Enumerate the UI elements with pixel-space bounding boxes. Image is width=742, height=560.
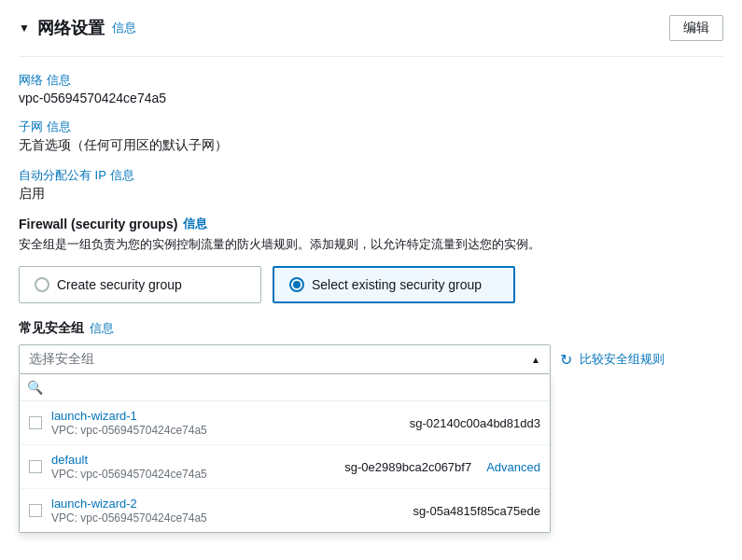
item-content-1: launch-wizard-1 VPC: vpc-05694570424ce74… (51, 409, 391, 437)
section-info-link[interactable]: 信息 (112, 20, 136, 36)
network-field-group: 网络 信息 vpc-05694570424ce74a5 (19, 72, 723, 105)
dropdown-row: 选择安全组 ▲ 🔍 launch-wizard-1 VPC: vpc-056 (19, 344, 723, 374)
subnet-field-group: 子网 信息 无首选项（任何可用区的默认子网） (19, 119, 723, 154)
select-dropdown[interactable]: 选择安全组 ▲ (19, 344, 551, 374)
section-divider (19, 56, 723, 57)
network-label[interactable]: 网络 信息 (19, 72, 723, 89)
search-input[interactable] (49, 380, 542, 395)
common-sg-info-link[interactable]: 信息 (90, 320, 114, 337)
compare-link[interactable]: 比较安全组规则 (580, 351, 665, 368)
item-vpc-1: VPC: vpc-05694570424ce74a5 (51, 424, 391, 437)
edit-button[interactable]: 编辑 (669, 15, 723, 41)
page-container: ▼ 网络设置 信息 编辑 网络 信息 vpc-05694570424ce74a5… (0, 0, 742, 402)
auto-ip-label[interactable]: 自动分配公有 IP 信息 (19, 167, 723, 184)
item-advanced-2[interactable]: Advanced (486, 460, 540, 474)
item-content-2: default VPC: vpc-05694570424ce74a5 (51, 453, 326, 481)
search-row: 🔍 (20, 374, 550, 401)
item-id-3: sg-05a4815f85ca75ede (394, 504, 540, 518)
item-content-3: launch-wizard-2 VPC: vpc-05694570424ce74… (51, 497, 394, 525)
item-name-2: default (51, 453, 326, 467)
radio-create-label: Create security group (57, 277, 182, 292)
radio-select[interactable]: Select existing security group (273, 266, 515, 303)
radio-group: Create security group Select existing se… (19, 266, 723, 303)
dropdown-placeholder: 选择安全组 (29, 351, 94, 368)
item-checkbox-3[interactable] (29, 504, 42, 517)
firewall-description: 安全组是一组负责为您的实例控制流量的防火墙规则。添加规则，以允许特定流量到达您的… (19, 236, 723, 253)
item-vpc-3: VPC: vpc-05694570424ce74a5 (51, 511, 394, 525)
list-item[interactable]: default VPC: vpc-05694570424ce74a5 sg-0e… (20, 445, 550, 489)
network-value: vpc-05694570424ce74a5 (19, 91, 723, 105)
item-name-3: launch-wizard-2 (51, 497, 394, 511)
radio-create[interactable]: Create security group (19, 266, 261, 303)
section-header: ▼ 网络设置 信息 编辑 (19, 15, 723, 41)
firewall-label: Firewall (security groups) 信息 (19, 216, 723, 232)
section-title: 网络设置 (37, 17, 105, 39)
radio-select-label: Select existing security group (312, 277, 482, 292)
list-item[interactable]: launch-wizard-2 VPC: vpc-05694570424ce74… (20, 489, 550, 532)
network-info-link[interactable]: 信息 (47, 72, 71, 89)
collapse-icon[interactable]: ▼ (19, 21, 30, 35)
dropdown-wrapper: 选择安全组 ▲ 🔍 launch-wizard-1 VPC: vpc-056 (19, 344, 551, 374)
subnet-value: 无首选项（任何可用区的默认子网） (19, 137, 723, 154)
subsection-label: 常见安全组 信息 (19, 320, 723, 337)
dropdown-actions: ↻ 比较安全组规则 (560, 351, 665, 369)
dropdown-panel: 🔍 launch-wizard-1 VPC: vpc-05694570424ce… (19, 374, 551, 533)
dropdown-arrow-icon: ▲ (531, 355, 540, 365)
radio-create-circle (35, 277, 49, 292)
radio-select-circle (289, 277, 304, 292)
firewall-group: Firewall (security groups) 信息 安全组是一组负责为您… (19, 216, 723, 303)
item-checkbox-2[interactable] (29, 460, 42, 473)
item-name-1: launch-wizard-1 (51, 409, 391, 423)
item-checkbox-1[interactable] (29, 416, 42, 429)
subnet-info-link[interactable]: 信息 (47, 119, 71, 135)
section-title-row: ▼ 网络设置 信息 (19, 17, 136, 39)
item-id-1: sg-02140c00a4bd81dd3 (391, 416, 540, 430)
item-vpc-2: VPC: vpc-05694570424ce74a5 (51, 468, 326, 481)
subnet-label[interactable]: 子网 信息 (19, 119, 723, 135)
auto-ip-field-group: 自动分配公有 IP 信息 启用 (19, 167, 723, 203)
auto-ip-value: 启用 (19, 186, 723, 203)
list-item[interactable]: launch-wizard-1 VPC: vpc-05694570424ce74… (20, 401, 550, 445)
firewall-info-link[interactable]: 信息 (183, 216, 207, 232)
common-sg-group: 常见安全组 信息 选择安全组 ▲ 🔍 (19, 320, 723, 374)
item-id-2: sg-0e2989bca2c067bf7 (326, 460, 471, 474)
refresh-icon[interactable]: ↻ (560, 351, 572, 369)
auto-ip-info-link[interactable]: 信息 (110, 167, 134, 184)
search-icon: 🔍 (27, 380, 43, 395)
